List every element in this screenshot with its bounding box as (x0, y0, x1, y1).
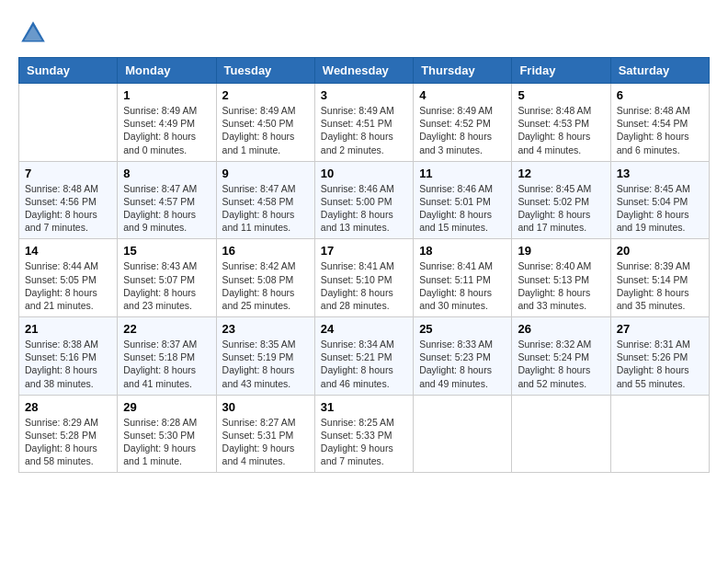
cell-info: Sunrise: 8:48 AMSunset: 4:54 PMDaylight:… (617, 105, 690, 155)
date-number: 24 (321, 322, 407, 336)
calendar-cell: 31 Sunrise: 8:25 AMSunset: 5:33 PMDaylig… (314, 395, 413, 473)
calendar-cell: 29 Sunrise: 8:28 AMSunset: 5:30 PMDaylig… (118, 395, 216, 473)
date-number: 9 (222, 167, 309, 180)
calendar-week-4: 21 Sunrise: 8:38 AMSunset: 5:16 PMDaylig… (19, 317, 710, 396)
calendar-cell: 19 Sunrise: 8:40 AMSunset: 5:13 PMDaylig… (512, 239, 610, 317)
logo (18, 18, 51, 48)
date-number: 22 (123, 322, 210, 336)
calendar-cell: 1 Sunrise: 8:49 AMSunset: 4:49 PMDayligh… (118, 84, 216, 162)
cell-info: Sunrise: 8:46 AMSunset: 5:00 PMDaylight:… (321, 183, 394, 234)
cell-info: Sunrise: 8:42 AMSunset: 5:08 PMDaylight:… (222, 260, 296, 311)
calendar-cell: 3 Sunrise: 8:49 AMSunset: 4:51 PMDayligh… (314, 84, 413, 162)
date-number: 16 (222, 244, 309, 258)
date-number: 27 (617, 322, 703, 336)
date-number: 20 (617, 244, 703, 258)
date-number: 21 (25, 322, 111, 336)
date-number: 18 (419, 244, 506, 258)
date-number: 14 (25, 244, 111, 258)
cell-info: Sunrise: 8:49 AMSunset: 4:49 PMDaylight:… (123, 105, 197, 155)
calendar-table: SundayMondayTuesdayWednesdayThursdayFrid… (18, 57, 710, 473)
calendar-cell: 21 Sunrise: 8:38 AMSunset: 5:16 PMDaylig… (19, 317, 118, 396)
date-number: 12 (518, 167, 604, 180)
cell-info: Sunrise: 8:25 AMSunset: 5:33 PMDaylight:… (321, 417, 394, 467)
cell-info: Sunrise: 8:33 AMSunset: 5:23 PMDaylight:… (419, 339, 493, 389)
cell-info: Sunrise: 8:27 AMSunset: 5:31 PMDaylight:… (222, 417, 296, 467)
calendar-cell: 12 Sunrise: 8:45 AMSunset: 5:02 PMDaylig… (512, 161, 610, 239)
calendar-cell: 14 Sunrise: 8:44 AMSunset: 5:05 PMDaylig… (19, 239, 118, 317)
calendar-header-row: SundayMondayTuesdayWednesdayThursdayFrid… (19, 58, 710, 84)
calendar-cell: 11 Sunrise: 8:46 AMSunset: 5:01 PMDaylig… (414, 161, 512, 239)
cell-info: Sunrise: 8:29 AMSunset: 5:28 PMDaylight:… (25, 417, 98, 467)
cell-info: Sunrise: 8:37 AMSunset: 5:18 PMDaylight:… (123, 339, 197, 389)
calendar-body: 1 Sunrise: 8:49 AMSunset: 4:49 PMDayligh… (19, 84, 710, 473)
date-number: 31 (321, 400, 407, 414)
calendar-cell (414, 395, 512, 473)
calendar-cell: 27 Sunrise: 8:31 AMSunset: 5:26 PMDaylig… (610, 317, 709, 396)
cell-info: Sunrise: 8:47 AMSunset: 4:58 PMDaylight:… (222, 183, 296, 234)
calendar-cell: 30 Sunrise: 8:27 AMSunset: 5:31 PMDaylig… (216, 395, 314, 473)
header (18, 18, 710, 48)
calendar-cell: 18 Sunrise: 8:41 AMSunset: 5:11 PMDaylig… (414, 239, 512, 317)
cell-info: Sunrise: 8:47 AMSunset: 4:57 PMDaylight:… (123, 183, 197, 234)
calendar-cell: 10 Sunrise: 8:46 AMSunset: 5:00 PMDaylig… (314, 161, 413, 239)
day-header-friday: Friday (512, 58, 610, 84)
date-number: 25 (419, 322, 506, 336)
date-number: 8 (123, 167, 210, 180)
cell-info: Sunrise: 8:41 AMSunset: 5:11 PMDaylight:… (419, 260, 493, 311)
cell-info: Sunrise: 8:31 AMSunset: 5:26 PMDaylight:… (617, 339, 690, 389)
day-header-monday: Monday (118, 58, 216, 84)
calendar-cell: 26 Sunrise: 8:32 AMSunset: 5:24 PMDaylig… (512, 317, 610, 396)
cell-info: Sunrise: 8:49 AMSunset: 4:50 PMDaylight:… (222, 105, 296, 155)
day-header-sunday: Sunday (19, 58, 118, 84)
calendar-cell: 28 Sunrise: 8:29 AMSunset: 5:28 PMDaylig… (19, 395, 118, 473)
cell-info: Sunrise: 8:38 AMSunset: 5:16 PMDaylight:… (25, 339, 98, 389)
cell-info: Sunrise: 8:32 AMSunset: 5:24 PMDaylight:… (518, 339, 591, 389)
calendar-cell: 15 Sunrise: 8:43 AMSunset: 5:07 PMDaylig… (118, 239, 216, 317)
cell-info: Sunrise: 8:46 AMSunset: 5:01 PMDaylight:… (419, 183, 493, 234)
cell-info: Sunrise: 8:48 AMSunset: 4:56 PMDaylight:… (25, 183, 98, 234)
cell-info: Sunrise: 8:43 AMSunset: 5:07 PMDaylight:… (123, 260, 197, 311)
calendar-cell: 9 Sunrise: 8:47 AMSunset: 4:58 PMDayligh… (216, 161, 314, 239)
date-number: 3 (321, 88, 407, 102)
date-number: 17 (321, 244, 407, 258)
calendar-cell: 17 Sunrise: 8:41 AMSunset: 5:10 PMDaylig… (314, 239, 413, 317)
date-number: 28 (25, 400, 111, 414)
cell-info: Sunrise: 8:45 AMSunset: 5:02 PMDaylight:… (518, 183, 591, 234)
cell-info: Sunrise: 8:35 AMSunset: 5:19 PMDaylight:… (222, 339, 296, 389)
date-number: 2 (222, 88, 309, 102)
cell-info: Sunrise: 8:40 AMSunset: 5:13 PMDaylight:… (518, 260, 591, 311)
calendar-cell: 23 Sunrise: 8:35 AMSunset: 5:19 PMDaylig… (216, 317, 314, 396)
cell-info: Sunrise: 8:49 AMSunset: 4:51 PMDaylight:… (321, 105, 394, 155)
calendar-cell: 5 Sunrise: 8:48 AMSunset: 4:53 PMDayligh… (512, 84, 610, 162)
cell-info: Sunrise: 8:45 AMSunset: 5:04 PMDaylight:… (617, 183, 690, 234)
calendar-cell (610, 395, 709, 473)
date-number: 13 (617, 167, 703, 180)
day-header-wednesday: Wednesday (314, 58, 413, 84)
cell-info: Sunrise: 8:41 AMSunset: 5:10 PMDaylight:… (321, 260, 394, 311)
calendar-week-1: 1 Sunrise: 8:49 AMSunset: 4:49 PMDayligh… (19, 84, 710, 162)
calendar-cell: 2 Sunrise: 8:49 AMSunset: 4:50 PMDayligh… (216, 84, 314, 162)
date-number: 11 (419, 167, 506, 180)
date-number: 15 (123, 244, 210, 258)
calendar-week-2: 7 Sunrise: 8:48 AMSunset: 4:56 PMDayligh… (19, 161, 710, 239)
cell-info: Sunrise: 8:34 AMSunset: 5:21 PMDaylight:… (321, 339, 394, 389)
day-header-thursday: Thursday (414, 58, 512, 84)
date-number: 10 (321, 167, 407, 180)
calendar-cell: 24 Sunrise: 8:34 AMSunset: 5:21 PMDaylig… (314, 317, 413, 396)
cell-info: Sunrise: 8:49 AMSunset: 4:52 PMDaylight:… (419, 105, 493, 155)
calendar-cell: 6 Sunrise: 8:48 AMSunset: 4:54 PMDayligh… (610, 84, 709, 162)
calendar-cell: 22 Sunrise: 8:37 AMSunset: 5:18 PMDaylig… (118, 317, 216, 396)
date-number: 6 (617, 88, 703, 102)
calendar-cell: 20 Sunrise: 8:39 AMSunset: 5:14 PMDaylig… (610, 239, 709, 317)
calendar-cell (19, 84, 118, 162)
date-number: 7 (25, 167, 111, 180)
calendar-cell: 16 Sunrise: 8:42 AMSunset: 5:08 PMDaylig… (216, 239, 314, 317)
day-header-saturday: Saturday (610, 58, 709, 84)
date-number: 30 (222, 400, 309, 414)
logo-icon (18, 18, 48, 48)
calendar-cell: 4 Sunrise: 8:49 AMSunset: 4:52 PMDayligh… (414, 84, 512, 162)
day-header-tuesday: Tuesday (216, 58, 314, 84)
calendar-week-3: 14 Sunrise: 8:44 AMSunset: 5:05 PMDaylig… (19, 239, 710, 317)
date-number: 5 (518, 88, 604, 102)
calendar-cell: 7 Sunrise: 8:48 AMSunset: 4:56 PMDayligh… (19, 161, 118, 239)
